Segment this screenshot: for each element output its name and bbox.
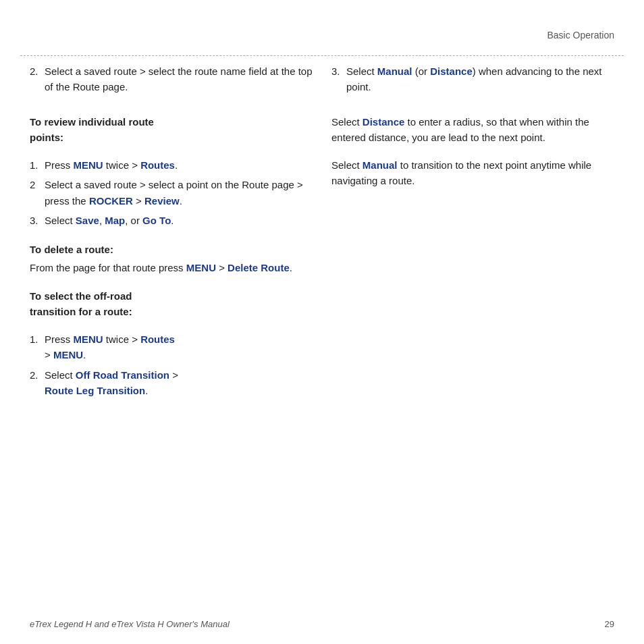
section-review-points: To review individual routepoints: (30, 114, 313, 149)
list-num: 2 (30, 177, 45, 209)
list-content: Select a saved route > select a point on… (45, 177, 313, 209)
keyword-delete-route: Delete Route (227, 262, 290, 273)
keyword-off-road: Off Road Transition (76, 369, 169, 381)
footer-manual-title: eTrex Legend H and eTrex Vista H Owner's… (30, 619, 230, 629)
header-divider (20, 55, 624, 56)
keyword-menu: MENU (186, 262, 216, 273)
list-item: 1. Press MENU twice > Routes> MENU. (30, 331, 313, 363)
keyword-distance: Distance (430, 65, 473, 77)
list-num: 2. (30, 367, 45, 399)
section-delete-route: To delete a route: From the page for tha… (30, 242, 313, 279)
keyword-routes: Routes (140, 159, 175, 171)
list-content: Select Off Road Transition >Route Leg Tr… (45, 367, 313, 399)
keyword-menu: MENU (74, 333, 103, 345)
section-heading: To select the off-roadtransition for a r… (30, 288, 313, 320)
list-num: 1. (30, 157, 45, 173)
section-body: From the page for that route press MENU … (30, 260, 313, 275)
list-num: 3. (331, 63, 346, 95)
footer-page-number: 29 (605, 619, 614, 629)
list-num: 2. (30, 63, 45, 95)
footer: eTrex Legend H and eTrex Vista H Owner's… (30, 619, 614, 629)
right-para-1: Select Distance to enter a radius, so th… (331, 114, 614, 149)
keyword-manual: Manual (377, 65, 412, 77)
list-item: 2 Select a saved route > select a point … (30, 177, 313, 209)
keyword-goto: Go To (142, 215, 171, 226)
content-area: 2. Select a saved route > select the rou… (30, 63, 614, 603)
left-column: 2. Select a saved route > select the rou… (30, 63, 313, 603)
intro-item-2: 2. Select a saved route > select the rou… (30, 63, 313, 105)
right-item-3: 3. Select Manual (or Distance) when adva… (331, 63, 614, 105)
list-item: 2. Select a saved route > select the rou… (30, 63, 313, 95)
para-text: Select Manual to transition to the next … (331, 157, 614, 189)
list-num: 3. (30, 213, 45, 228)
list-item: 3. Select Save, Map, or Go To. (30, 213, 313, 228)
keyword-map: Map (105, 215, 125, 226)
keyword-save: Save (76, 215, 99, 226)
offroad-list: 1. Press MENU twice > Routes> MENU. 2. S… (30, 331, 313, 402)
list-item: 2. Select Off Road Transition >Route Leg… (30, 367, 313, 399)
keyword-menu: MENU (74, 159, 103, 171)
list-content: Select Save, Map, or Go To. (45, 213, 313, 228)
keyword-menu2: MENU (53, 349, 83, 360)
right-para-2: Select Manual to transition to the next … (331, 157, 614, 192)
keyword-review: Review (144, 195, 180, 207)
list-content: Select Manual (or Distance) when advanci… (346, 63, 614, 95)
list-num: 1. (30, 331, 45, 363)
keyword-manual: Manual (363, 159, 398, 171)
list-content: Select a saved route > select the route … (45, 63, 313, 95)
list-content: Press MENU twice > Routes> MENU. (45, 331, 313, 363)
keyword-route-leg: Route Leg Transition (45, 385, 145, 396)
list-item: 3. Select Manual (or Distance) when adva… (331, 63, 614, 95)
keyword-routes: Routes (140, 333, 175, 345)
list-item: 1. Press MENU twice > Routes. (30, 157, 313, 173)
review-points-list: 1. Press MENU twice > Routes. 2 Select a… (30, 157, 313, 232)
para-text: Select Distance to enter a radius, so th… (331, 114, 614, 146)
section-heading: To review individual routepoints: (30, 114, 313, 146)
section-offroad-heading: To select the off-roadtransition for a r… (30, 288, 313, 323)
section-heading: To delete a route: (30, 242, 313, 257)
list-content: Press MENU twice > Routes. (45, 157, 313, 173)
keyword-rocker: ROCKER (89, 195, 133, 207)
page: Basic Operation 2. Select a saved route … (0, 0, 644, 644)
right-column: 3. Select Manual (or Distance) when adva… (331, 63, 614, 603)
keyword-distance: Distance (363, 116, 405, 128)
header-title: Basic Operation (547, 30, 614, 41)
